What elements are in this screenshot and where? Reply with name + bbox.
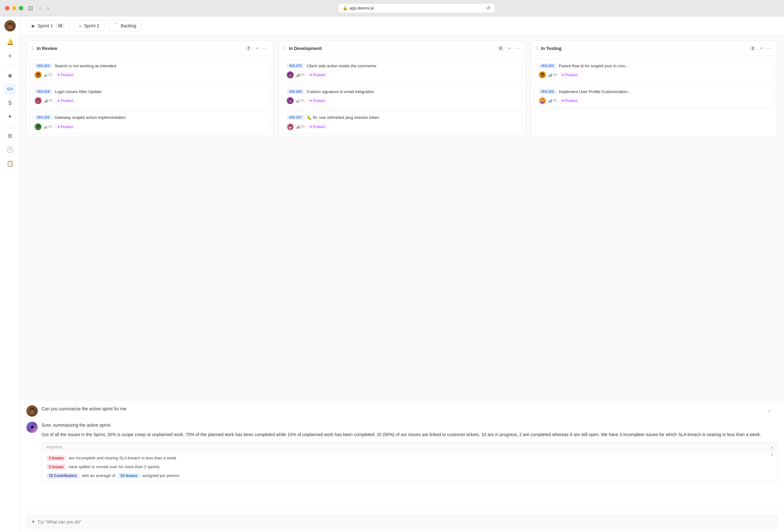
bar1 xyxy=(548,101,549,103)
back-button[interactable]: ‹ xyxy=(38,4,42,12)
sidebar-item-bell[interactable]: 🔔 xyxy=(4,36,16,48)
column-in-development: ⠿ In Development 9 + ⋯ ISS-272 Client s xyxy=(279,40,526,138)
heart-icon: ♥ xyxy=(58,99,60,103)
issues-badge-3[interactable]: 10 Issues xyxy=(118,473,140,479)
url-text: app.devrev.ai xyxy=(349,6,374,10)
app-container: 👨🏾 🔔 + ◉ </> $ ✦ ⊞ ? 📋 xyxy=(0,16,784,532)
issue-id: ISS-223 xyxy=(539,89,556,94)
heart-icon: ♥ xyxy=(58,125,60,129)
drag-handle-in-testing[interactable]: ⠿ xyxy=(535,46,538,51)
add-card-in-review[interactable]: + xyxy=(255,45,260,52)
bar1 xyxy=(44,101,45,103)
product-label[interactable]: ♥ Product xyxy=(307,98,327,103)
sprint-tab-2[interactable]: » Sprint 2 xyxy=(74,20,105,31)
sidebar-item-grid[interactable]: ⊞ xyxy=(4,130,16,141)
chat-input[interactable] xyxy=(38,520,773,525)
sidebar-item-radio[interactable]: ◉ xyxy=(4,69,16,81)
issue-title: Search is not working as intended xyxy=(55,63,116,69)
avatar: 👨🏾 xyxy=(35,72,41,78)
drag-handle-in-development[interactable]: ⠿ xyxy=(283,46,286,51)
issue-card[interactable]: ISS-223 Search is not working as intende… xyxy=(30,59,270,82)
bar3 xyxy=(299,100,300,103)
sidebar-toggle-button[interactable]: ⊡ xyxy=(27,3,34,13)
minimize-button[interactable] xyxy=(12,6,16,10)
sprint2-icon: » xyxy=(79,23,82,28)
backlog-label: Backlog xyxy=(121,23,136,28)
issue-card[interactable]: ISS-223 Parent flow id for snapkit json … xyxy=(534,59,774,82)
sidebar-item-add[interactable]: + xyxy=(4,50,16,62)
sprint-tab-backlog[interactable]: ⌒ Backlog xyxy=(108,20,142,31)
drag-handle-in-review[interactable]: ⠿ xyxy=(31,46,34,51)
more-options-in-development[interactable]: ⋯ xyxy=(513,45,521,52)
important-item-text-1: are incomplete and nearing SLA breach in… xyxy=(68,456,176,460)
collapse-down-button[interactable]: ∨ xyxy=(771,452,774,457)
backlog-icon: ⌒ xyxy=(114,23,118,29)
issue-header: ISS-202 Gateway snapkit action implement… xyxy=(35,115,265,120)
product-label[interactable]: ♥ Product xyxy=(559,98,579,103)
priority-label: P1 xyxy=(49,125,53,129)
bar3 xyxy=(299,74,300,77)
product-label[interactable]: ♥ Product xyxy=(307,124,327,129)
more-options-in-testing[interactable]: ⋯ xyxy=(765,45,773,52)
priority-bars xyxy=(296,125,300,129)
contributors-badge[interactable]: 15 Contributors xyxy=(46,473,79,479)
more-options-in-review[interactable]: ⋯ xyxy=(261,45,269,52)
expand-button[interactable]: ⤢ xyxy=(767,405,772,417)
close-button[interactable] xyxy=(5,6,9,10)
sidebar-item-help[interactable]: ? xyxy=(4,144,16,155)
grid-icon: ⊞ xyxy=(7,132,12,139)
refresh-button[interactable]: ↺ xyxy=(486,5,491,11)
issue-card[interactable]: ISS-219 Login Issues After Update 👩🏽 xyxy=(30,85,270,108)
sidebar-item-book[interactable]: 📋 xyxy=(4,158,16,169)
collapse-up-button[interactable]: ∧ xyxy=(771,445,774,450)
sidebar-divider xyxy=(6,65,15,66)
heart-icon: ♥ xyxy=(562,99,564,103)
issue-title: 🐛 fix: use refreshed plug session token xyxy=(307,115,380,120)
user-message-text: Can you summarize the active sprint for … xyxy=(41,405,770,412)
avatar[interactable]: 👨🏾 xyxy=(4,20,16,31)
col-title-in-development: In Development xyxy=(289,46,495,51)
issue-card[interactable]: ISS-272 Client side action inside the co… xyxy=(282,59,522,82)
issue-meta: 👩🏻‍🦰 P0 ♥ xyxy=(539,97,769,104)
product-label[interactable]: ♥ Product xyxy=(55,98,75,103)
dollar-icon: $ xyxy=(8,100,11,106)
forward-button[interactable]: › xyxy=(46,4,50,12)
issue-title: Gateway snapkit action implementation xyxy=(55,115,126,120)
plus-icon: + xyxy=(8,52,12,60)
priority-badge: P1 xyxy=(296,99,305,103)
issue-card[interactable]: ISS-223 Implement User Profile Customiza… xyxy=(534,85,774,108)
sprint-tab-1[interactable]: ▶ Sprint 1 18 xyxy=(26,20,70,31)
issue-card[interactable]: ISS-266 Custom signature in email integr… xyxy=(282,85,522,108)
fullscreen-button[interactable] xyxy=(19,6,23,10)
product-label[interactable]: ♥ Product xyxy=(307,72,327,77)
sparkle-icon: ✦ xyxy=(31,519,35,525)
lightning-icon: ✦ xyxy=(7,113,12,120)
book-icon: 📋 xyxy=(7,160,13,167)
priority-label: P1 xyxy=(49,73,53,77)
product-label[interactable]: ♥ Product xyxy=(55,72,75,77)
issue-meta: 👨🏾 P1 ♥ xyxy=(35,72,265,78)
issues-badge-1[interactable]: 3 Issues xyxy=(46,455,66,461)
add-card-in-development[interactable]: + xyxy=(507,45,512,52)
chat-input-wrapper[interactable]: ✦ xyxy=(26,515,778,528)
important-item-text-2: have spilled or moved over for more than… xyxy=(68,465,159,469)
issue-header: ISS-223 Parent flow id for snapkit json … xyxy=(539,63,769,69)
issue-card[interactable]: ISS-202 Gateway snapkit action implement… xyxy=(30,111,270,134)
sidebar-item-lightning[interactable]: ✦ xyxy=(4,111,16,122)
priority-badge: P1 xyxy=(44,125,53,129)
product-label[interactable]: ♥ Product xyxy=(55,124,75,129)
sidebar-item-code[interactable]: </> xyxy=(4,83,16,95)
issue-title: Login Issues After Update xyxy=(55,89,102,95)
product-label[interactable]: ♥ Product xyxy=(559,72,579,77)
col-count-in-development: 9 xyxy=(497,46,504,51)
add-card-in-testing[interactable]: + xyxy=(759,45,764,52)
issues-badge-2[interactable]: 2 Issues xyxy=(46,464,66,470)
priority-bars xyxy=(548,99,552,103)
issue-card[interactable]: ISS-237 🐛 fix: use refreshed plug sessio… xyxy=(282,111,522,134)
issue-title: Implement User Profile Customization... xyxy=(559,89,631,95)
bell-icon: 🔔 xyxy=(7,39,13,46)
sidebar-item-dollar[interactable]: $ xyxy=(4,97,16,109)
url-bar[interactable]: 🔒 app.devrev.ai ↺ xyxy=(338,3,495,13)
priority-label: P1 xyxy=(301,99,305,103)
avatar: 👩🏻‍🦰 xyxy=(539,97,546,104)
